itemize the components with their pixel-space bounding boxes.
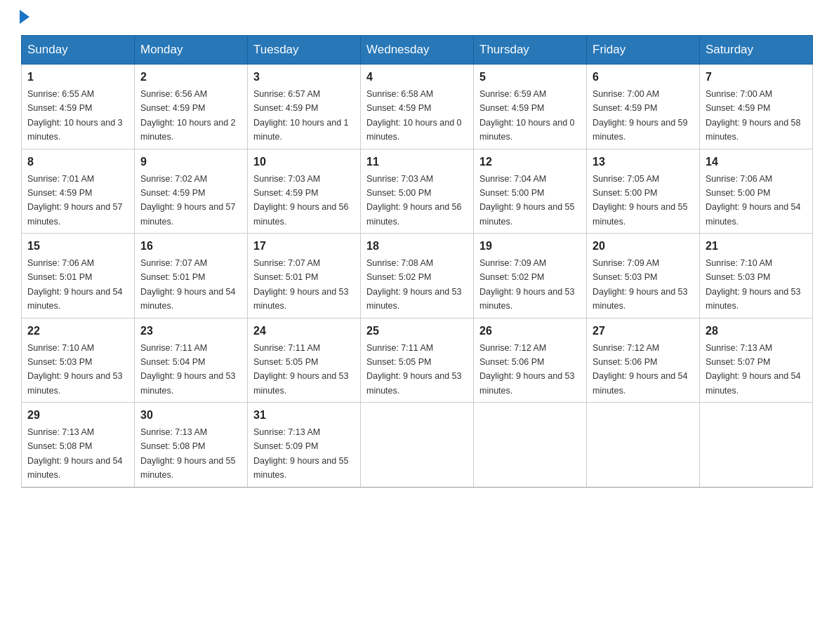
- day-info: Sunrise: 6:59 AMSunset: 4:59 PMDaylight:…: [479, 89, 575, 142]
- day-info: Sunrise: 7:06 AMSunset: 5:00 PMDaylight:…: [706, 174, 801, 227]
- calendar-cell: 27 Sunrise: 7:12 AMSunset: 5:06 PMDaylig…: [587, 318, 700, 403]
- day-number: 22: [27, 323, 128, 340]
- day-info: Sunrise: 6:55 AMSunset: 4:59 PMDaylight:…: [27, 89, 123, 142]
- week-row-1: 1 Sunrise: 6:55 AMSunset: 4:59 PMDayligh…: [22, 65, 813, 149]
- calendar-cell: 7 Sunrise: 7:00 AMSunset: 4:59 PMDayligh…: [700, 65, 813, 149]
- day-number: 7: [706, 69, 807, 86]
- day-number: 23: [140, 323, 241, 340]
- day-info: Sunrise: 7:06 AMSunset: 5:01 PMDaylight:…: [27, 258, 123, 311]
- day-number: 31: [253, 407, 355, 424]
- calendar-cell: 25 Sunrise: 7:11 AMSunset: 5:05 PMDaylig…: [361, 318, 474, 403]
- calendar-cell: 22 Sunrise: 7:10 AMSunset: 5:03 PMDaylig…: [22, 318, 135, 403]
- day-info: Sunrise: 7:11 AMSunset: 5:05 PMDaylight:…: [253, 343, 349, 396]
- calendar-cell: [361, 403, 474, 488]
- calendar-cell: [587, 403, 700, 488]
- week-row-3: 15 Sunrise: 7:06 AMSunset: 5:01 PMDaylig…: [22, 234, 813, 318]
- day-info: Sunrise: 7:07 AMSunset: 5:01 PMDaylight:…: [253, 258, 349, 311]
- day-number: 16: [140, 238, 241, 255]
- day-number: 27: [593, 323, 694, 340]
- day-info: Sunrise: 7:00 AMSunset: 4:59 PMDaylight:…: [593, 89, 688, 142]
- weekday-header-thursday: Thursday: [474, 36, 587, 65]
- calendar-cell: 24 Sunrise: 7:11 AMSunset: 5:05 PMDaylig…: [248, 318, 361, 403]
- calendar-cell: 14 Sunrise: 7:06 AMSunset: 5:00 PMDaylig…: [700, 149, 813, 234]
- day-info: Sunrise: 7:05 AMSunset: 5:00 PMDaylight:…: [593, 174, 688, 227]
- day-number: 3: [253, 69, 355, 86]
- day-info: Sunrise: 7:03 AMSunset: 4:59 PMDaylight:…: [253, 174, 349, 227]
- page-header: [21, 14, 813, 21]
- day-number: 25: [366, 323, 468, 340]
- calendar-cell: 9 Sunrise: 7:02 AMSunset: 4:59 PMDayligh…: [135, 149, 248, 234]
- day-number: 21: [706, 238, 807, 255]
- weekday-header-monday: Monday: [135, 36, 248, 65]
- calendar-cell: 20 Sunrise: 7:09 AMSunset: 5:03 PMDaylig…: [587, 234, 700, 318]
- calendar-cell: 5 Sunrise: 6:59 AMSunset: 4:59 PMDayligh…: [474, 65, 587, 149]
- calendar-cell: 10 Sunrise: 7:03 AMSunset: 4:59 PMDaylig…: [248, 149, 361, 234]
- day-number: 9: [140, 154, 241, 170]
- day-info: Sunrise: 7:11 AMSunset: 5:05 PMDaylight:…: [366, 343, 462, 396]
- day-info: Sunrise: 7:09 AMSunset: 5:02 PMDaylight:…: [479, 258, 575, 311]
- day-number: 1: [27, 69, 128, 86]
- week-row-4: 22 Sunrise: 7:10 AMSunset: 5:03 PMDaylig…: [22, 318, 813, 403]
- weekday-header-sunday: Sunday: [22, 36, 135, 65]
- calendar-cell: 16 Sunrise: 7:07 AMSunset: 5:01 PMDaylig…: [135, 234, 248, 318]
- calendar-cell: 8 Sunrise: 7:01 AMSunset: 4:59 PMDayligh…: [22, 149, 135, 234]
- calendar-cell: 15 Sunrise: 7:06 AMSunset: 5:01 PMDaylig…: [22, 234, 135, 318]
- calendar-cell: 3 Sunrise: 6:57 AMSunset: 4:59 PMDayligh…: [248, 65, 361, 149]
- day-info: Sunrise: 7:13 AMSunset: 5:08 PMDaylight:…: [27, 427, 123, 480]
- calendar-cell: 2 Sunrise: 6:56 AMSunset: 4:59 PMDayligh…: [135, 65, 248, 149]
- calendar-cell: [474, 403, 587, 488]
- calendar-table: SundayMondayTuesdayWednesdayThursdayFrid…: [21, 35, 813, 488]
- calendar-cell: 11 Sunrise: 7:03 AMSunset: 5:00 PMDaylig…: [361, 149, 474, 234]
- calendar-cell: [700, 403, 813, 488]
- day-number: 2: [140, 69, 241, 86]
- day-number: 6: [593, 69, 694, 86]
- day-number: 10: [253, 154, 355, 170]
- day-number: 29: [27, 407, 128, 424]
- calendar-cell: 23 Sunrise: 7:11 AMSunset: 5:04 PMDaylig…: [135, 318, 248, 403]
- day-number: 28: [706, 323, 807, 340]
- calendar-cell: 26 Sunrise: 7:12 AMSunset: 5:06 PMDaylig…: [474, 318, 587, 403]
- day-number: 15: [27, 238, 128, 255]
- day-info: Sunrise: 7:04 AMSunset: 5:00 PMDaylight:…: [479, 174, 575, 227]
- day-info: Sunrise: 7:00 AMSunset: 4:59 PMDaylight:…: [706, 89, 801, 142]
- day-number: 4: [366, 69, 468, 86]
- day-info: Sunrise: 6:57 AMSunset: 4:59 PMDaylight:…: [253, 89, 349, 142]
- day-info: Sunrise: 7:07 AMSunset: 5:01 PMDaylight:…: [140, 258, 236, 311]
- day-info: Sunrise: 7:13 AMSunset: 5:07 PMDaylight:…: [706, 343, 801, 396]
- day-number: 30: [140, 407, 241, 424]
- calendar-cell: 12 Sunrise: 7:04 AMSunset: 5:00 PMDaylig…: [474, 149, 587, 234]
- calendar-cell: 1 Sunrise: 6:55 AMSunset: 4:59 PMDayligh…: [22, 65, 135, 149]
- weekday-header-wednesday: Wednesday: [361, 36, 474, 65]
- weekday-header-friday: Friday: [587, 36, 700, 65]
- logo-arrow-icon: [20, 10, 29, 24]
- day-number: 8: [27, 154, 128, 170]
- day-number: 14: [706, 154, 807, 170]
- day-number: 11: [366, 154, 468, 170]
- day-info: Sunrise: 7:01 AMSunset: 4:59 PMDaylight:…: [27, 174, 123, 227]
- calendar-cell: 31 Sunrise: 7:13 AMSunset: 5:09 PMDaylig…: [248, 403, 361, 488]
- day-info: Sunrise: 7:13 AMSunset: 5:08 PMDaylight:…: [140, 427, 236, 480]
- calendar-cell: 19 Sunrise: 7:09 AMSunset: 5:02 PMDaylig…: [474, 234, 587, 318]
- calendar-cell: 13 Sunrise: 7:05 AMSunset: 5:00 PMDaylig…: [587, 149, 700, 234]
- day-number: 26: [479, 323, 581, 340]
- day-info: Sunrise: 7:12 AMSunset: 5:06 PMDaylight:…: [479, 343, 575, 396]
- day-number: 17: [253, 238, 355, 255]
- day-info: Sunrise: 7:02 AMSunset: 4:59 PMDaylight:…: [140, 174, 236, 227]
- calendar-cell: 28 Sunrise: 7:13 AMSunset: 5:07 PMDaylig…: [700, 318, 813, 403]
- day-info: Sunrise: 7:10 AMSunset: 5:03 PMDaylight:…: [706, 258, 801, 311]
- day-number: 18: [366, 238, 468, 255]
- day-info: Sunrise: 7:08 AMSunset: 5:02 PMDaylight:…: [366, 258, 462, 311]
- calendar-cell: 4 Sunrise: 6:58 AMSunset: 4:59 PMDayligh…: [361, 65, 474, 149]
- day-number: 5: [479, 69, 581, 86]
- day-number: 20: [593, 238, 694, 255]
- calendar-cell: 30 Sunrise: 7:13 AMSunset: 5:08 PMDaylig…: [135, 403, 248, 488]
- calendar-cell: 18 Sunrise: 7:08 AMSunset: 5:02 PMDaylig…: [361, 234, 474, 318]
- day-info: Sunrise: 7:12 AMSunset: 5:06 PMDaylight:…: [593, 343, 688, 396]
- day-info: Sunrise: 6:58 AMSunset: 4:59 PMDaylight:…: [366, 89, 462, 142]
- week-row-5: 29 Sunrise: 7:13 AMSunset: 5:08 PMDaylig…: [22, 403, 813, 488]
- weekday-header-row: SundayMondayTuesdayWednesdayThursdayFrid…: [22, 36, 813, 65]
- weekday-header-tuesday: Tuesday: [248, 36, 361, 65]
- day-number: 12: [479, 154, 581, 170]
- day-number: 19: [479, 238, 581, 255]
- logo: [21, 14, 29, 21]
